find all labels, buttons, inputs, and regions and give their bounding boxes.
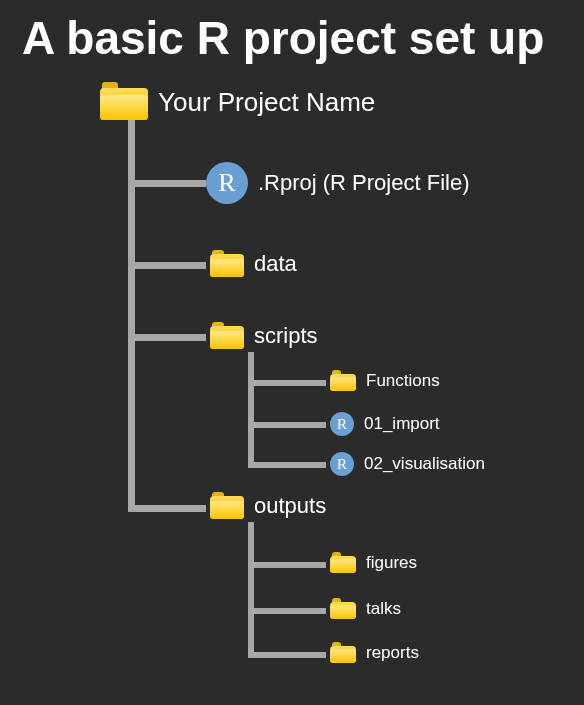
node-outputs: outputs (210, 492, 326, 520)
tree-line (128, 180, 206, 187)
node-label: Functions (366, 371, 440, 391)
node-figures: figures (330, 552, 417, 574)
slide-title: A basic R project set up (0, 0, 584, 72)
folder-icon (210, 492, 244, 520)
node-label: .Rproj (R Project File) (258, 170, 469, 196)
r-icon: R (330, 412, 354, 436)
folder-icon (210, 322, 244, 350)
node-talks: talks (330, 598, 401, 620)
node-root: Your Project Name (100, 82, 375, 122)
tree-line (248, 422, 326, 428)
folder-icon (210, 250, 244, 278)
node-label: 02_visualisation (364, 454, 485, 474)
tree-line (128, 117, 135, 512)
tree-line (128, 505, 206, 512)
folder-icon (330, 552, 356, 574)
folder-icon (330, 598, 356, 620)
tree-line (128, 334, 206, 341)
node-label: Your Project Name (158, 87, 375, 118)
node-label: reports (366, 643, 419, 663)
tree-line (248, 462, 326, 468)
node-scripts: scripts (210, 322, 318, 350)
r-icon: R (206, 162, 248, 204)
node-rproj: R .Rproj (R Project File) (206, 162, 469, 204)
node-label: talks (366, 599, 401, 619)
tree-line (248, 652, 326, 658)
node-label: figures (366, 553, 417, 573)
folder-icon (330, 642, 356, 664)
node-label: data (254, 251, 297, 277)
tree-line (248, 380, 326, 386)
node-label: scripts (254, 323, 318, 349)
node-data: data (210, 250, 297, 278)
tree-line (248, 522, 254, 657)
tree-line (128, 262, 206, 269)
tree-line (248, 562, 326, 568)
node-label: 01_import (364, 414, 440, 434)
tree-line (248, 608, 326, 614)
folder-icon (100, 82, 148, 122)
tree-line (248, 352, 254, 467)
node-import: R 01_import (330, 412, 440, 436)
r-icon: R (330, 452, 354, 476)
tree-diagram: Your Project Name R .Rproj (R Project Fi… (0, 72, 584, 672)
node-visualisation: R 02_visualisation (330, 452, 485, 476)
node-reports: reports (330, 642, 419, 664)
folder-icon (330, 370, 356, 392)
node-label: outputs (254, 493, 326, 519)
node-functions: Functions (330, 370, 440, 392)
